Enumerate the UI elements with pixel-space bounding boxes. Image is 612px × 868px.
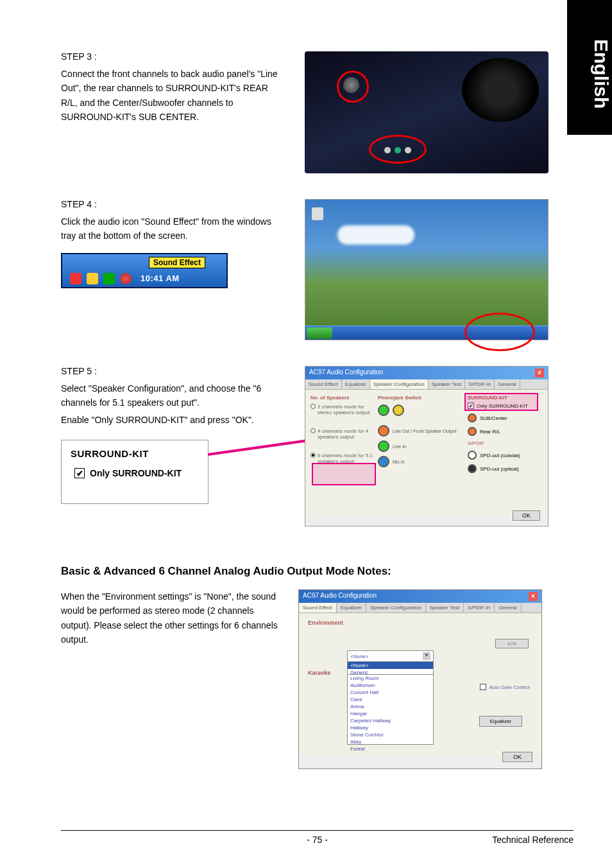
tab-speaker-test[interactable]: Speaker Test: [426, 603, 464, 612]
list-item[interactable]: Concert Hall: [348, 689, 433, 696]
desktop-icon[interactable]: [312, 207, 323, 220]
footer-section: Technical Reference: [492, 835, 574, 845]
list-item[interactable]: Living Room: [348, 675, 433, 682]
dialog-tabs: Sound Effect Equalizer Speaker Configura…: [305, 379, 548, 390]
dialog-titlebar: AC97 Audio Configuration ×: [305, 367, 548, 379]
surround-kit-callout: SURROUND-KIT ✔ Only SURROUND-KIT: [61, 440, 208, 504]
list-item[interactable]: Hallway: [348, 724, 433, 731]
step5-body2: Enable "Only SURROUND-KIT" and press "OK…: [61, 413, 285, 427]
auto-gain-checkbox[interactable]: Auto Gain Control: [480, 684, 530, 690]
sound-effect-tooltip: Sound Effect: [149, 257, 205, 268]
tray-clock: 10:41 AM: [140, 273, 180, 283]
environment-label: Environment: [308, 620, 532, 626]
step4-label: STEP 4 :: [61, 199, 285, 209]
tab-spdif[interactable]: S/PDIF-In: [464, 603, 495, 612]
close-icon[interactable]: ×: [529, 592, 538, 601]
environment-dropdown[interactable]: <None> ▼: [347, 650, 434, 662]
sound-effect-tray-icon[interactable]: [120, 273, 132, 284]
equalizer-button[interactable]: Equalizer: [479, 716, 522, 727]
jack-icon[interactable]: [378, 456, 389, 467]
tab-spdif[interactable]: S/PDIF-In: [465, 379, 495, 389]
tab-speaker-config[interactable]: Speaker Configuration: [366, 603, 426, 612]
pink-highlight-6ch: [312, 463, 376, 485]
page-number: - 75 -: [307, 835, 328, 845]
start-button[interactable]: [307, 327, 332, 339]
annotation-circle-surround: [369, 135, 427, 164]
karaoke-label: Karaoke: [308, 670, 331, 676]
page-footer: - 75 - Technical Reference: [61, 830, 574, 845]
ok-button[interactable]: OK: [513, 510, 540, 521]
list-item[interactable]: Carpeted Hallway: [348, 717, 433, 724]
language-tab: English: [567, 0, 612, 135]
tray-icon[interactable]: [70, 273, 81, 284]
list-item[interactable]: Arena: [348, 703, 433, 710]
jack-icon[interactable]: [393, 404, 404, 416]
list-item[interactable]: <None>: [348, 662, 433, 669]
annotation-circle-tray: [464, 313, 535, 351]
jack-icon[interactable]: [468, 427, 477, 436]
speakers-heading: No. of Speakers: [310, 395, 378, 401]
only-surround-checkbox[interactable]: ✔: [74, 468, 85, 478]
list-item[interactable]: Auditorium: [348, 682, 433, 689]
list-item[interactable]: Stone Corridor: [348, 731, 433, 738]
phonejack-heading: Phonejack Switch: [378, 395, 468, 401]
environment-dialog: AC97 Audio Configuration × Sound Effect …: [298, 589, 542, 769]
page-content: STEP 3 : Connect the front channels to b…: [0, 0, 612, 795]
tab-speaker-config[interactable]: Speaker Configuration: [370, 379, 429, 389]
tray-icon[interactable]: [87, 273, 98, 284]
advanced-row: When the "Environment settings" is "None…: [61, 589, 574, 769]
jack-icon[interactable]: [378, 425, 389, 437]
tab-sound-effect[interactable]: Sound Effect: [305, 379, 342, 389]
ok-button[interactable]: OK: [502, 752, 532, 762]
tab-speaker-test[interactable]: Speaker Test: [429, 379, 466, 389]
chevron-down-icon[interactable]: ▼: [423, 652, 430, 660]
list-item[interactable]: Alley: [348, 738, 433, 745]
tab-equalizer[interactable]: Equalizer: [342, 379, 370, 389]
step3-label: STEP 3 :: [61, 51, 285, 62]
jack-icon[interactable]: [378, 440, 389, 452]
system-tray-zoom: Sound Effect 10:41 AM: [61, 253, 228, 288]
tab-sound-effect[interactable]: Sound Effect: [299, 603, 337, 612]
radio-4ch[interactable]: 4 channels mode for 4 speakers output: [310, 428, 378, 440]
jack-icon[interactable]: [468, 464, 477, 473]
step5-body1: Select "Speaker Configuration", and choo…: [61, 381, 285, 410]
spdif-heading: S/PDIF: [468, 440, 543, 446]
jack-icon[interactable]: [378, 404, 389, 416]
step4-row: STEP 4 : Click the audio icon "Sound Eff…: [61, 199, 574, 340]
tab-general[interactable]: General: [495, 379, 520, 389]
step4-body: Click the audio icon "Sound Effect" from…: [61, 214, 285, 243]
list-item[interactable]: Forest: [348, 745, 433, 752]
environment-list2[interactable]: Living Room Auditorium Concert Hall Cave…: [347, 674, 434, 745]
speaker-grille: [462, 58, 539, 122]
env-dialog-titlebar: AC97 Audio Configuration ×: [299, 590, 541, 603]
surround-kit-title: SURROUND-KIT: [71, 448, 199, 459]
step3-row: STEP 3 : Connect the front channels to b…: [61, 51, 574, 173]
advanced-body: When the "Environment settings" is "None…: [61, 589, 298, 647]
close-icon[interactable]: ×: [535, 369, 544, 378]
list-item[interactable]: Cave: [348, 696, 433, 703]
list-item[interactable]: Hangar: [348, 710, 433, 717]
step3-body: Connect the front channels to back audio…: [61, 67, 285, 125]
desktop-screenshot: [305, 199, 548, 340]
jack-icon[interactable]: [468, 413, 477, 422]
jack-icon[interactable]: [468, 451, 477, 460]
tab-equalizer[interactable]: Equalizer: [337, 603, 366, 612]
speaker-config-dialog: AC97 Audio Configuration × Sound Effect …: [305, 366, 548, 526]
only-surround-label: Only SURROUND-KIT: [90, 468, 182, 478]
step5-label: STEP 5 :: [61, 366, 285, 376]
audio-panel-image: [305, 51, 548, 173]
tab-general[interactable]: General: [495, 603, 521, 612]
step5-row: STEP 5 : Select "Speaker Configuration",…: [61, 366, 574, 526]
edit-button[interactable]: Edit: [495, 639, 529, 648]
annotation-circle-lineout: [337, 71, 369, 103]
section-title: Basic & Advanced 6 Channel Analog Audio …: [61, 565, 574, 578]
pink-highlight: [464, 393, 538, 411]
radio-2ch[interactable]: 2 channels mode for stereo speakers outp…: [310, 404, 378, 415]
tray-icon[interactable]: [103, 273, 115, 284]
